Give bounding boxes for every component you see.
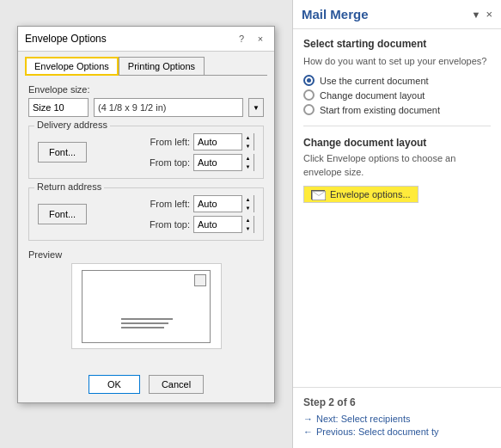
dialog-title: Envelope Options xyxy=(25,33,107,45)
return-from-left-label: From left: xyxy=(143,199,190,209)
radio-use-current[interactable]: Use the current document xyxy=(303,75,491,86)
prev-step-link[interactable]: ← Previous: Select document ty xyxy=(303,427,491,437)
delivery-from-top-input[interactable] xyxy=(194,155,241,170)
close-button[interactable]: × xyxy=(254,32,267,46)
return-address-fields: From left: ▲ ▼ From top: xyxy=(143,195,254,233)
envelope-options-btn-label: Envelope options... xyxy=(330,189,411,199)
tab-printing-options[interactable]: Printing Options xyxy=(119,57,205,76)
return-from-top-input-group: ▲ ▼ xyxy=(193,216,254,233)
change-layout-desc: Click Envelope options to choose an enve… xyxy=(303,152,491,179)
delivery-from-top-up[interactable]: ▲ xyxy=(241,154,254,163)
delivery-from-top-down[interactable]: ▼ xyxy=(241,163,254,171)
radio-start-existing-dot xyxy=(303,104,315,115)
radio-change-layout-dot xyxy=(303,89,315,101)
envelope-options-dialog: Envelope Options ? × Envelope Options Pr… xyxy=(17,26,275,403)
panel-title: Mail Merge xyxy=(302,7,369,21)
tab-envelope-options[interactable]: Envelope Options xyxy=(25,57,119,76)
return-from-left-row: From left: ▲ ▼ xyxy=(143,195,254,212)
return-font-button[interactable]: Font... xyxy=(38,204,87,224)
close-panel-icon[interactable]: × xyxy=(486,8,492,21)
preview-box xyxy=(71,263,222,349)
delivery-from-left-input[interactable] xyxy=(194,134,241,150)
step-label: Step 2 of 6 xyxy=(303,396,491,408)
preview-label: Preview xyxy=(28,249,264,260)
next-step-label: Next: Select recipients xyxy=(316,414,410,424)
change-layout-title: Change document layout xyxy=(303,137,491,149)
return-from-left-input-group: ▲ ▼ xyxy=(193,195,254,212)
envelope-preview xyxy=(82,270,211,343)
delivery-from-left-label: From left: xyxy=(143,137,190,147)
return-address-title: Return address xyxy=(34,181,104,192)
return-from-top-up[interactable]: ▲ xyxy=(241,216,254,224)
mail-merge-panel: Mail Merge ▼ × Select starting document … xyxy=(292,0,501,448)
delivery-from-top-label: From top: xyxy=(143,157,190,168)
radio-start-existing-label: Start from existing document xyxy=(320,105,440,115)
return-from-top-down[interactable]: ▼ xyxy=(241,224,254,233)
return-from-top-input[interactable] xyxy=(194,217,241,232)
radio-use-current-dot xyxy=(303,75,315,86)
delivery-font-button[interactable]: Font... xyxy=(38,142,87,163)
delivery-from-left-input-group: ▲ ▼ xyxy=(193,133,254,150)
size-dropdown-arrow[interactable]: ▼ xyxy=(248,98,264,117)
delivery-line-3 xyxy=(121,327,164,328)
return-address-section: Return address Font... From left: ▲ ▼ xyxy=(28,187,264,241)
return-from-left-spinner: ▲ ▼ xyxy=(241,195,254,212)
dialog-body: Envelope size: Size 10 (4 1/8 x 9 1/2 in… xyxy=(18,76,274,366)
delivery-lines xyxy=(121,318,173,328)
preview-section: Preview xyxy=(28,249,264,349)
chevron-down-icon[interactable]: ▼ xyxy=(472,9,481,20)
select-doc-title: Select starting document xyxy=(303,38,491,50)
delivery-from-left-up[interactable]: ▲ xyxy=(241,133,254,142)
return-from-top-row: From top: ▲ ▼ xyxy=(143,216,254,233)
next-step-link[interactable]: → Next: Select recipients xyxy=(303,414,491,424)
panel-header: Mail Merge ▼ × xyxy=(293,0,501,29)
return-from-left-down[interactable]: ▼ xyxy=(241,204,254,212)
envelope-size-label: Envelope size: xyxy=(28,84,264,95)
prev-arrow-icon: ← xyxy=(303,427,313,437)
next-arrow-icon: → xyxy=(303,414,313,424)
delivery-from-top-input-group: ▲ ▼ xyxy=(193,154,254,171)
panel-header-icons: ▼ × xyxy=(472,8,492,21)
radio-start-existing[interactable]: Start from existing document xyxy=(303,104,491,115)
delivery-from-top-row: From top: ▲ ▼ xyxy=(143,154,254,171)
radio-change-layout-label: Change document layout xyxy=(320,90,425,101)
return-from-top-label: From top: xyxy=(143,219,190,230)
delivery-address-row: Font... From left: ▲ ▼ xyxy=(38,133,254,171)
envelope-options-button[interactable]: Envelope options... xyxy=(303,186,419,203)
delivery-line-2 xyxy=(121,322,168,324)
size-description: (4 1/8 x 9 1/2 in) xyxy=(94,98,243,117)
prev-step-label: Previous: Select document ty xyxy=(316,427,438,437)
return-from-top-spinner: ▲ ▼ xyxy=(241,216,254,233)
delivery-address-title: Delivery address xyxy=(34,120,110,130)
panel-footer: Step 2 of 6 → Next: Select recipients ← … xyxy=(293,387,501,448)
delivery-line-1 xyxy=(121,318,173,320)
delivery-address-fields: From left: ▲ ▼ From top: xyxy=(143,133,254,171)
radio-change-layout[interactable]: Change document layout xyxy=(303,89,491,101)
dialog-controls: ? × xyxy=(235,32,267,46)
return-from-left-input[interactable] xyxy=(194,196,241,212)
size-name[interactable]: Size 10 xyxy=(28,98,89,117)
cancel-button[interactable]: Cancel xyxy=(149,375,204,394)
envelope-size-row: Size 10 (4 1/8 x 9 1/2 in) ▼ xyxy=(28,98,264,117)
delivery-from-left-spinner: ▲ ▼ xyxy=(241,133,254,150)
return-address-row: Font... From left: ▲ ▼ xyxy=(38,195,254,233)
select-doc-desc: How do you want to set up your envelopes… xyxy=(303,55,491,68)
ok-button[interactable]: OK xyxy=(89,375,140,394)
delivery-from-left-row: From left: ▲ ▼ xyxy=(143,133,254,150)
panel-body: Select starting document How do you want… xyxy=(293,29,501,387)
dialog-titlebar: Envelope Options ? × xyxy=(18,27,274,52)
section-divider xyxy=(303,126,491,126)
delivery-from-left-down[interactable]: ▼ xyxy=(241,142,254,150)
delivery-from-top-spinner: ▲ ▼ xyxy=(241,154,254,171)
stamp-area xyxy=(194,274,206,286)
tab-bar: Envelope Options Printing Options xyxy=(18,52,274,76)
envelope-small-icon xyxy=(311,190,325,199)
dialog-footer: OK Cancel xyxy=(18,366,274,402)
dialog-backdrop: Envelope Options ? × Envelope Options Pr… xyxy=(0,0,292,448)
delivery-address-section: Delivery address Font... From left: ▲ ▼ xyxy=(28,126,264,179)
return-from-left-up[interactable]: ▲ xyxy=(241,195,254,204)
radio-use-current-label: Use the current document xyxy=(320,76,429,86)
help-button[interactable]: ? xyxy=(235,32,248,46)
